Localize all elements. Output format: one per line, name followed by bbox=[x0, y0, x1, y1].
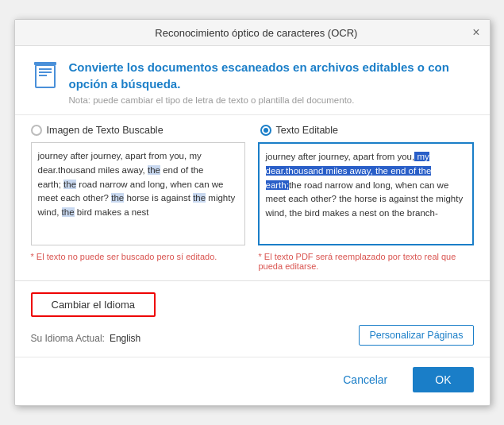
customize-pages-button[interactable]: Personalizar Páginas bbox=[359, 325, 473, 346]
ocr-dialog: Reconocimiento óptico de caracteres (OCR… bbox=[14, 19, 491, 406]
header-text: Convierte los documentos escaneados en a… bbox=[69, 59, 474, 105]
header-section: Convierte los documentos escaneados en a… bbox=[15, 46, 490, 115]
editable-text-label: Texto Editable bbox=[276, 125, 339, 136]
searchable-image-label: Imagen de Texto Buscable bbox=[47, 125, 164, 136]
current-lang-value: English bbox=[110, 333, 140, 344]
options-row: Imagen de Texto Buscable Texto Editable bbox=[15, 115, 490, 142]
highlight-the-2: the bbox=[63, 180, 76, 189]
change-language-button[interactable]: Cambiar el Idioma bbox=[31, 292, 156, 317]
highlight-the-5: the bbox=[62, 207, 75, 217]
highlight-the-1: the bbox=[148, 165, 160, 175]
radio-searchable[interactable] bbox=[31, 125, 42, 136]
highlight-the-3: the bbox=[111, 193, 124, 203]
previews-row: journey after journey, apart from you, m… bbox=[15, 142, 490, 245]
language-section: Cambiar el Idioma bbox=[15, 281, 490, 325]
radio-editable[interactable] bbox=[260, 125, 271, 136]
notes-row: * El texto no puede ser buscado pero sí … bbox=[15, 245, 490, 280]
header-main-text: Convierte los documentos escaneados en a… bbox=[69, 59, 474, 92]
cancel-button[interactable]: Cancelar bbox=[325, 367, 405, 392]
option-editable-text[interactable]: Texto Editable bbox=[244, 125, 474, 136]
bottom-row: Su Idioma Actual: English Personalizar P… bbox=[15, 325, 490, 354]
preview-right: journey after journey, apart from you, m… bbox=[258, 142, 474, 245]
close-button[interactable]: × bbox=[472, 26, 479, 39]
preview-left: journey after journey, apart from you, m… bbox=[31, 142, 245, 245]
svg-rect-4 bbox=[34, 62, 56, 65]
dialog-title: Reconocimiento óptico de caracteres (OCR… bbox=[40, 27, 473, 39]
option-searchable-image[interactable]: Imagen de Texto Buscable bbox=[31, 125, 244, 136]
header-note-text: Nota: puede cambiar el tipo de letra de … bbox=[69, 95, 474, 105]
ok-button[interactable]: OK bbox=[413, 367, 473, 392]
footer-row: Cancelar OK bbox=[15, 357, 490, 405]
radio-dot bbox=[264, 128, 268, 133]
highlight-the-4: the bbox=[193, 193, 206, 203]
current-lang-prefix: Su Idioma Actual: bbox=[31, 333, 105, 344]
svg-rect-1 bbox=[39, 68, 52, 70]
current-language-row: Su Idioma Actual: English bbox=[31, 333, 141, 344]
ocr-icon bbox=[31, 60, 60, 89]
svg-rect-2 bbox=[39, 71, 52, 73]
svg-rect-3 bbox=[39, 75, 47, 76]
note-right: * El texto PDF será reemplazado por text… bbox=[259, 252, 474, 271]
note-left: * El texto no puede ser buscado pero sí … bbox=[31, 252, 246, 271]
title-bar: Reconocimiento óptico de caracteres (OCR… bbox=[15, 20, 490, 46]
highlight-main: my dear.thousand miles away, the end of … bbox=[266, 152, 432, 190]
